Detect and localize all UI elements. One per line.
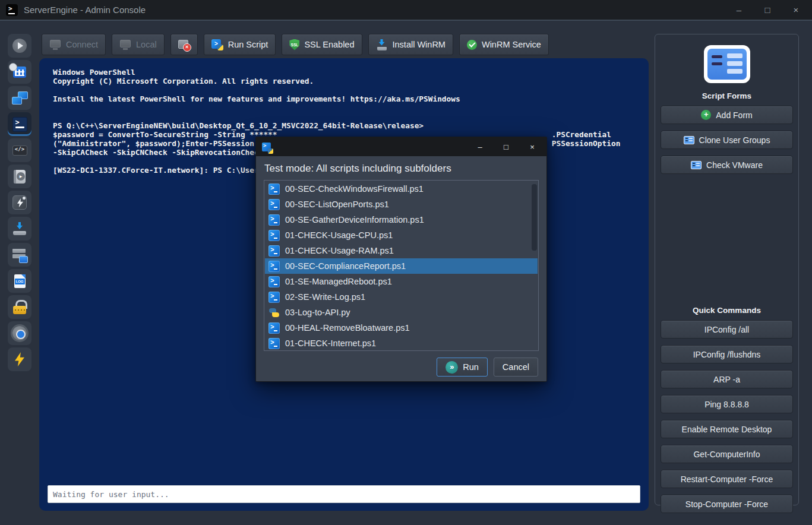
script-name: 01-CHECK-Usage-RAM.ps1 xyxy=(285,246,394,255)
terminal-line: Copyright (C) Microsoft Corporation. All… xyxy=(53,77,643,86)
quick-commands-section: Quick Commands IPConfig /all IPConfig /f… xyxy=(655,298,798,513)
sidebar-button[interactable] xyxy=(8,165,31,188)
sidebar-button[interactable] xyxy=(8,217,31,241)
sidebar-button[interactable] xyxy=(8,138,31,162)
sidebar-icon xyxy=(12,146,27,156)
toolbar-button[interactable]: WinRM Service xyxy=(459,34,549,55)
dialog-buttons: Run Cancel xyxy=(264,358,538,377)
dialog-maximize-button[interactable]: □ xyxy=(500,143,512,151)
toolbar-button[interactable]: Install WinRM xyxy=(368,34,453,55)
sidebar-button[interactable] xyxy=(8,269,31,293)
script-list-item[interactable]: 00-SEC-ComplianceReport.ps1 xyxy=(265,258,538,274)
script-form-button[interactable]: Add Form xyxy=(661,106,793,124)
toolbar-button-icon xyxy=(178,39,190,50)
python-file-icon xyxy=(268,307,280,318)
script-name: 00-HEAL-RemoveBloatware.ps1 xyxy=(285,323,410,333)
run-chevrons-icon xyxy=(446,361,458,374)
cancel-button[interactable]: Cancel xyxy=(494,358,538,377)
toolbar-button[interactable]: SSL Enabled xyxy=(282,34,362,55)
powershell-file-icon xyxy=(268,276,280,287)
script-name: 01-SE-ManagedReboot.ps1 xyxy=(285,277,392,286)
script-list: 00-SEC-CheckWindowsFirewall.ps1 00-SEC-L… xyxy=(265,181,538,350)
dialog-minimize-button[interactable]: – xyxy=(474,143,486,151)
dialog-title-bar: – □ × xyxy=(256,137,546,156)
toolbar: Connect Local Run Script SSL Enabled xyxy=(42,34,549,55)
script-list-item[interactable]: 00-SE-GatherDeviceInformation.ps1 xyxy=(265,212,538,227)
toolbar-button-icon xyxy=(119,39,131,50)
quick-command-button[interactable]: Enable Remote Desktop xyxy=(661,420,793,438)
list-scrollbar[interactable] xyxy=(531,182,537,349)
terminal-input[interactable] xyxy=(48,485,640,503)
script-list-item[interactable]: 03-Log-to-API.py xyxy=(265,305,538,320)
sidebar-button[interactable] xyxy=(8,295,31,319)
powershell-python-icon xyxy=(262,143,271,151)
quick-command-button[interactable]: Stop-Computer -Force xyxy=(661,495,793,513)
toolbar-button-label: WinRM Service xyxy=(482,40,541,49)
toolbar-button-icon xyxy=(289,39,299,50)
quick-command-button[interactable]: IPConfig /flushdns xyxy=(661,345,793,363)
sidebar-button[interactable] xyxy=(8,60,31,84)
script-name: 00-SE-GatherDeviceInformation.ps1 xyxy=(285,215,424,224)
sidebar-icon xyxy=(15,352,24,366)
sidebar-button[interactable] xyxy=(8,321,31,345)
toolbar-button-label: Run Script xyxy=(228,40,268,49)
powershell-file-icon xyxy=(268,338,280,349)
script-list-item[interactable]: 01-CHECK-Usage-RAM.ps1 xyxy=(265,243,538,258)
close-button[interactable]: × xyxy=(786,2,806,18)
quick-command-button[interactable]: Get-ComputerInfo xyxy=(661,445,793,463)
script-list-item[interactable]: 01-SE-ManagedReboot.ps1 xyxy=(265,274,538,289)
sidebar-button[interactable] xyxy=(8,112,31,136)
dialog-close-button[interactable]: × xyxy=(526,143,538,151)
run-button[interactable]: Run xyxy=(437,358,488,377)
maximize-button[interactable]: □ xyxy=(757,2,778,18)
app-icon xyxy=(6,4,18,16)
script-form-button-label: Check VMware xyxy=(706,160,763,170)
toolbar-button[interactable]: Connect xyxy=(42,34,106,55)
sidebar-button[interactable] xyxy=(8,191,31,214)
script-form-button[interactable]: Clone User Groups xyxy=(661,131,793,149)
script-list-item[interactable]: 00-HEAL-RemoveBloatware.ps1 xyxy=(265,320,538,336)
toolbar-button[interactable]: Local xyxy=(112,34,165,55)
powershell-file-icon xyxy=(268,292,280,303)
script-form-button-icon xyxy=(701,110,711,120)
script-list-container: 00-SEC-CheckWindowsFirewall.ps1 00-SEC-L… xyxy=(264,180,539,351)
sidebar-button[interactable] xyxy=(8,86,31,110)
left-sidebar xyxy=(0,21,39,525)
dialog-heading: Test mode: All scripts including subfold… xyxy=(256,156,546,180)
toolbar-button[interactable] xyxy=(170,34,198,55)
toolbar-button-label: Local xyxy=(136,40,157,49)
sidebar-icon xyxy=(12,222,27,235)
powershell-file-icon xyxy=(268,230,280,241)
window-controls: – □ × xyxy=(729,2,806,18)
quick-command-button[interactable]: Ping 8.8.8.8 xyxy=(661,395,793,413)
quick-commands-buttons: IPConfig /all IPConfig /flushdns ARP -a … xyxy=(655,320,798,513)
script-name: 00-SEC-ComplianceReport.ps1 xyxy=(285,261,406,271)
quick-command-button[interactable]: ARP -a xyxy=(661,370,793,388)
sidebar-icon xyxy=(12,117,27,132)
script-form-button[interactable]: Check VMware xyxy=(661,156,793,174)
quick-command-button[interactable]: IPConfig /all xyxy=(661,320,793,339)
sidebar-icon xyxy=(14,274,26,288)
script-list-item[interactable]: 00-SEC-CheckWindowsFirewall.ps1 xyxy=(265,181,538,197)
sidebar-button[interactable] xyxy=(8,243,31,267)
sidebar-button[interactable] xyxy=(8,347,31,371)
list-scrollbar-thumb[interactable] xyxy=(532,184,537,251)
script-name: 03-Log-to-API.py xyxy=(285,308,350,317)
sidebar-icon xyxy=(14,170,26,184)
script-name: 01-CHECK-Internet.ps1 xyxy=(285,339,376,348)
script-list-item[interactable]: 01-CHECK-Usage-CPU.ps1 xyxy=(265,227,538,243)
script-list-item[interactable]: 02-SE-Write-Log.ps1 xyxy=(265,289,538,305)
toolbar-button[interactable]: Run Script xyxy=(204,34,276,55)
script-list-item[interactable]: 01-CHECK-Internet.ps1 xyxy=(265,336,538,350)
quick-command-button[interactable]: Restart-Computer -Force xyxy=(661,470,793,488)
sidebar-icon xyxy=(12,195,27,210)
toolbar-button-icon xyxy=(49,39,61,50)
sidebar-button[interactable] xyxy=(8,34,31,58)
minimize-button[interactable]: – xyxy=(729,2,749,18)
script-list-item[interactable]: 00-SEC-ListOpenPorts.ps1 xyxy=(265,197,538,212)
powershell-file-icon xyxy=(268,245,280,257)
script-name: 00-SEC-ListOpenPorts.ps1 xyxy=(285,200,389,209)
quick-command-label: Stop-Computer -Force xyxy=(685,499,768,509)
script-forms-buttons: Add Form Clone User Groups Check VMware xyxy=(655,106,798,174)
script-form-button-label: Clone User Groups xyxy=(699,135,770,145)
